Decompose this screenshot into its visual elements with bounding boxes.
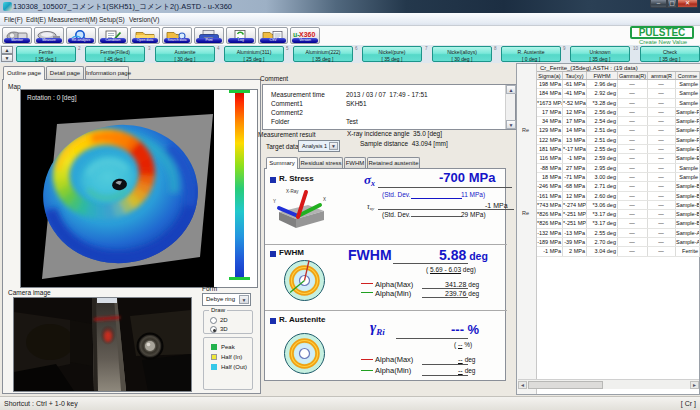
svg-text:Y: Y — [273, 199, 276, 204]
svg-text:X-Ray: X-Ray — [286, 189, 299, 194]
svg-text:Rotation : 0 [deg]: Rotation : 0 [deg] — [27, 94, 77, 102]
svg-text:X: X — [323, 197, 326, 202]
